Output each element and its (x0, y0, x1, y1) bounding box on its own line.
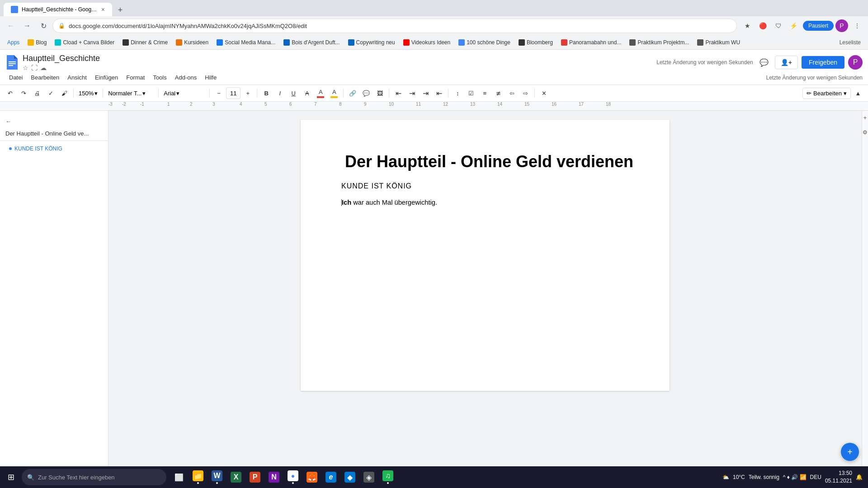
text-color-button[interactable]: A (314, 87, 327, 99)
bookmark-100[interactable]: 100 schöne Dinge (455, 38, 514, 47)
bullet-list-button[interactable]: ≡ (478, 87, 491, 99)
collapse-toolbar-button[interactable]: ▲ (852, 87, 864, 99)
taskbar-firefox[interactable]: 🦊 (303, 467, 321, 487)
spellcheck-button[interactable]: ✓ (44, 87, 57, 99)
menu-bearbeiten[interactable]: Bearbeiten (27, 72, 63, 83)
taskbar-word[interactable]: W (208, 467, 226, 487)
menu-ansicht[interactable]: Ansicht (64, 72, 90, 83)
style-dropdown[interactable]: Normaler T... ▾ (106, 87, 156, 99)
print-button[interactable]: 🖨 (31, 87, 43, 99)
underline-button[interactable]: U (287, 87, 300, 99)
right-panel-btn-2[interactable]: ⚙ (860, 127, 868, 138)
reload-button[interactable]: ↻ (36, 19, 51, 33)
floating-action-button[interactable]: + (841, 443, 859, 461)
highlight-button[interactable]: A (328, 87, 340, 99)
extension-1[interactable]: ★ (741, 19, 755, 33)
menu-tools[interactable]: Tools (149, 72, 170, 83)
taskbar-excel[interactable]: X (227, 467, 245, 487)
bookmark-dinner[interactable]: Dinner & Crime (119, 38, 171, 47)
extension-4[interactable]: ⚡ (787, 19, 801, 33)
bookmark-video[interactable]: Videokurs Ideen (400, 38, 454, 47)
extension-3[interactable]: 🛡 (771, 19, 786, 33)
bookmark-bloomberg[interactable]: Bloomberg (515, 38, 557, 47)
comments-button[interactable]: 💬 (757, 55, 771, 70)
cloud-icon[interactable]: ☁ (40, 64, 47, 71)
bookmark-praktikum2[interactable]: Praktikum WU (693, 38, 744, 47)
taskbar-misc2[interactable]: ◈ (360, 467, 378, 487)
comment-button[interactable]: 💬 (360, 87, 373, 99)
taskbar-search[interactable]: 🔍 Zur Suche Text hier eingeben (22, 469, 166, 485)
italic-button[interactable]: I (274, 87, 286, 99)
bold-button[interactable]: B (260, 87, 273, 99)
doc-title[interactable]: Hauptteil_Geschichte (23, 54, 653, 63)
bookmark-copy[interactable]: Copywriting neu (344, 38, 399, 47)
notification-icon[interactable]: 🔔 (856, 474, 863, 480)
checklist-button[interactable]: ☑ (465, 87, 477, 99)
add-account-button[interactable]: 👤+ (775, 56, 798, 69)
taskbar-spotify[interactable]: ♫ (379, 467, 397, 487)
zoom-dropdown[interactable]: 150% ▾ (76, 87, 100, 99)
indent-more-button[interactable]: ⇨ (519, 87, 532, 99)
start-button[interactable]: ⊞ (2, 467, 20, 487)
reading-list-button[interactable]: Leseliste (836, 38, 864, 47)
pause-button[interactable]: Pausiert (803, 21, 834, 31)
align-left-button[interactable]: ⇤ (392, 87, 405, 99)
edit-mode-button[interactable]: ✏ Bearbeiten ▾ (802, 88, 851, 99)
taskbar-ppt[interactable]: P (246, 467, 264, 487)
align-center-button[interactable]: ⇥ (406, 87, 418, 99)
tab-close-button[interactable]: × (101, 6, 105, 13)
browser-tab[interactable]: Hauptteil_Geschichte - Google ... × (4, 3, 112, 16)
outline-item-kunde[interactable]: KUNDE IST KÖNIG (0, 143, 108, 155)
taskbar-task-view[interactable]: ⬜ (170, 467, 188, 487)
bookmark-bois[interactable]: Bois d'Argent Duft... (280, 38, 343, 47)
bookmark-blog[interactable]: Blog (24, 38, 50, 47)
link-button[interactable]: 🔗 (346, 87, 359, 99)
bookmark-social[interactable]: Social Media Mana... (213, 38, 279, 47)
address-bar[interactable]: 🔒 docs.google.com/document/d/1loAlajmINY… (52, 19, 737, 33)
taskbar-clock[interactable]: 13:50 05.11.2021 (825, 469, 852, 485)
taskbar-onenote[interactable]: N (265, 467, 283, 487)
font-dropdown[interactable]: Arial ▾ (161, 87, 207, 99)
format-paint-button[interactable]: 🖌 (58, 87, 71, 99)
extension-2[interactable]: 🔴 (756, 19, 770, 33)
bookmark-praktikum1[interactable]: Praktikum Projektm... (626, 38, 693, 47)
image-button[interactable]: 🖼 (373, 87, 386, 99)
menu-addons[interactable]: Add-ons (171, 72, 200, 83)
menu-hilfe[interactable]: Hilfe (201, 72, 220, 83)
document-area[interactable]: Der Hauptteil - Online Geld verdienen KU… (108, 111, 862, 488)
back-to-docs-button[interactable]: ← (0, 114, 108, 128)
redo-button[interactable]: ↷ (17, 87, 30, 99)
bookmark-apps[interactable]: Apps (4, 38, 23, 47)
taskbar-edge[interactable]: e (322, 467, 340, 487)
share-button[interactable]: Freigeben (802, 56, 844, 69)
right-panel-btn-1[interactable]: + (860, 113, 868, 123)
user-avatar-nav[interactable]: P (835, 19, 848, 32)
document-paragraph[interactable]: Ich war auch Mal übergewichtig. (341, 197, 637, 207)
font-size-input[interactable] (226, 87, 241, 99)
menu-datei[interactable]: Datei (5, 72, 26, 83)
indent-less-button[interactable]: ⇦ (505, 87, 518, 99)
bookmark-kursideen[interactable]: Kursideen (172, 38, 212, 47)
menu-einfuegen[interactable]: Einfügen (91, 72, 122, 83)
back-button[interactable]: ← (4, 19, 18, 33)
taskbar-misc1[interactable]: ◆ (341, 467, 359, 487)
undo-button[interactable]: ↶ (4, 87, 16, 99)
strikethrough-button[interactable]: A (301, 87, 313, 99)
new-tab-button[interactable]: + (114, 4, 127, 16)
bookmark-canva[interactable]: Cload + Canva Bilder (51, 38, 118, 47)
taskbar-explorer[interactable]: 📁 (189, 467, 207, 487)
align-right-button[interactable]: ⇥ (419, 87, 432, 99)
menu-format[interactable]: Format (123, 72, 148, 83)
line-spacing-button[interactable]: ↕ (451, 87, 464, 99)
star-icon[interactable]: ☆ (23, 64, 28, 71)
font-size-decrease[interactable]: − (212, 87, 225, 99)
clear-format-button[interactable]: ✕ (538, 87, 550, 99)
user-avatar-doc[interactable]: P (848, 55, 863, 70)
document-page[interactable]: Der Hauptteil - Online Geld verdienen KU… (301, 120, 670, 391)
numbered-list-button[interactable]: ≢ (492, 87, 505, 99)
move-icon[interactable]: ⛶ (31, 64, 38, 71)
font-size-increase[interactable]: + (241, 87, 254, 99)
bookmark-panorama[interactable]: Panoramabahn und... (557, 38, 625, 47)
taskbar-chrome[interactable]: ● (284, 467, 302, 487)
forward-button[interactable]: → (20, 19, 34, 33)
